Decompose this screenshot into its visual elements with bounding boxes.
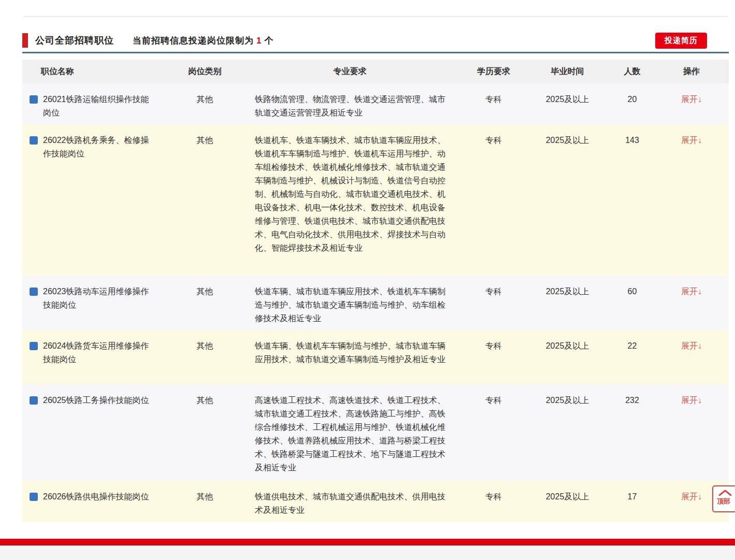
expand-button[interactable]: 展开↓: [681, 136, 702, 145]
job-category: 其他: [172, 384, 237, 407]
arrow-down-icon: ↓: [698, 341, 702, 350]
job-category: 其他: [172, 276, 237, 298]
job-majors: 高速铁道工程技术、高速铁道技术、铁道工程技术、城市轨道交通工程技术、高速铁路施工…: [237, 384, 463, 475]
job-count: 143: [610, 124, 654, 147]
table-row: 26026铁路供电操作技能岗位 其他 铁道供电技术、城市轨道交通供配电技术、供用…: [22, 481, 729, 522]
job-category: 其他: [172, 330, 237, 353]
col-header-graduation: 毕业时间: [525, 66, 610, 77]
job-graduation: 2025及以上: [525, 276, 610, 298]
job-category: 其他: [172, 481, 237, 504]
top-divider: [23, 16, 728, 17]
col-header-count: 人数: [610, 66, 654, 77]
job-graduation: 2025及以上: [525, 83, 610, 106]
expand-button[interactable]: 展开↓: [681, 95, 702, 104]
job-name: 26022铁路机务乘务、检修操作技能岗位: [43, 134, 150, 161]
arrow-down-icon: ↓: [698, 136, 702, 145]
job-education: 专科: [463, 83, 525, 106]
submit-resume-button[interactable]: 投递简历: [655, 33, 707, 49]
expand-button[interactable]: 展开↓: [681, 341, 702, 350]
job-count: 20: [610, 83, 654, 106]
job-graduation: 2025及以上: [525, 124, 610, 147]
limit-count: 1: [256, 36, 262, 46]
expand-button[interactable]: 展开↓: [681, 396, 702, 405]
job-education: 专科: [463, 124, 525, 147]
table-row: 26021铁路运输组织操作技能岗位 其他 铁路物流管理、物流管理、铁道交通运营管…: [22, 83, 729, 124]
back-to-top-button[interactable]: 顶部: [712, 485, 735, 512]
job-majors: 铁道车辆、城市轨道车辆应用技术、铁道机车车辆制造与维护、城市轨道交通车辆制造与维…: [237, 276, 463, 325]
job-education: 专科: [463, 384, 525, 407]
bottom-red-bar: [0, 539, 735, 545]
limit-suffix: 个: [264, 36, 273, 46]
row-checkbox[interactable]: [30, 95, 38, 104]
col-header-name: 职位名称: [22, 66, 172, 77]
job-name: 26021铁路运输组织操作技能岗位: [43, 93, 150, 120]
col-header-education: 学历要求: [463, 66, 525, 77]
row-checkbox[interactable]: [30, 342, 38, 350]
job-education: 专科: [463, 330, 525, 353]
section-header: 公司全部招聘职位 当前招聘信息投递岗位限制为1个 投递简历: [22, 31, 728, 50]
row-checkbox[interactable]: [30, 288, 38, 296]
job-count: 17: [610, 481, 654, 504]
arrow-down-icon: ↓: [698, 95, 702, 104]
job-category: 其他: [172, 83, 237, 106]
job-count: 232: [610, 384, 654, 407]
job-name: 26025铁路工务操作技能岗位: [43, 394, 150, 407]
row-checkbox[interactable]: [30, 396, 38, 405]
section-title: 公司全部招聘职位: [35, 34, 114, 47]
job-majors: 铁道车辆、铁道机车车辆制造与维护、城市轨道车辆应用技术、城市轨道交通车辆制造与维…: [237, 330, 463, 366]
page: 公司全部招聘职位 当前招聘信息投递岗位限制为1个 投递简历 职位名称 岗位类别 …: [0, 0, 735, 560]
table-row: 26022铁路机务乘务、检修操作技能岗位 其他 铁道机车、铁道车辆技术、城市轨道…: [22, 124, 729, 276]
col-header-majors: 专业要求: [237, 66, 463, 77]
table-header-row: 职位名称 岗位类别 专业要求 学历要求 毕业时间 人数 操作: [22, 60, 729, 83]
expand-button[interactable]: 展开↓: [681, 492, 702, 501]
table-row: 26025铁路工务操作技能岗位 其他 高速铁道工程技术、高速铁道技术、铁道工程技…: [22, 384, 729, 481]
section-marker: [22, 33, 28, 48]
job-name: 26026铁路供电操作技能岗位: [43, 490, 150, 504]
job-graduation: 2025及以上: [525, 330, 610, 353]
back-to-top-label: 顶部: [717, 497, 730, 506]
arrow-down-icon: ↓: [698, 287, 702, 296]
footer-strip: [0, 545, 735, 560]
chevron-up-icon: [718, 490, 732, 496]
table-row: 26023铁路动车运用维修操作技能岗位 其他 铁道车辆、城市轨道车辆应用技术、铁…: [22, 276, 729, 330]
job-count: 60: [610, 276, 654, 298]
job-graduation: 2025及以上: [525, 481, 610, 504]
expand-button[interactable]: 展开↓: [681, 287, 702, 296]
job-majors: 铁道供电技术、城市轨道交通供配电技术、供用电技术及相近专业: [237, 481, 463, 517]
job-category: 其他: [172, 124, 237, 147]
job-majors: 铁道机车、铁道车辆技术、城市轨道车辆应用技术、铁道机车车辆制造与维护、铁道机车运…: [237, 124, 463, 255]
header-divider: [22, 52, 729, 53]
job-education: 专科: [463, 481, 525, 504]
limit-text: 当前招聘信息投递岗位限制为1个: [133, 35, 273, 47]
arrow-down-icon: ↓: [698, 396, 702, 405]
table-row: 26024铁路货车运用维修操作技能岗位 其他 铁道车辆、铁道机车车辆制造与维护、…: [22, 330, 729, 384]
row-checkbox[interactable]: [30, 136, 38, 145]
col-header-category: 岗位类别: [172, 66, 237, 77]
job-education: 专科: [463, 276, 525, 298]
col-header-action: 操作: [654, 66, 729, 77]
limit-prefix: 当前招聘信息投递岗位限制为: [133, 36, 254, 46]
job-graduation: 2025及以上: [525, 384, 610, 407]
job-count: 22: [610, 330, 654, 353]
job-name: 26024铁路货车运用维修操作技能岗位: [43, 339, 150, 366]
jobs-table: 职位名称 岗位类别 专业要求 学历要求 毕业时间 人数 操作 26021铁路运输…: [22, 60, 729, 522]
job-majors: 铁路物流管理、物流管理、铁道交通运营管理、城市轨道交通运营管理及相近专业: [237, 83, 463, 120]
row-checkbox[interactable]: [30, 493, 38, 501]
arrow-down-icon: ↓: [698, 492, 702, 501]
job-name: 26023铁路动车运用维修操作技能岗位: [43, 285, 150, 312]
